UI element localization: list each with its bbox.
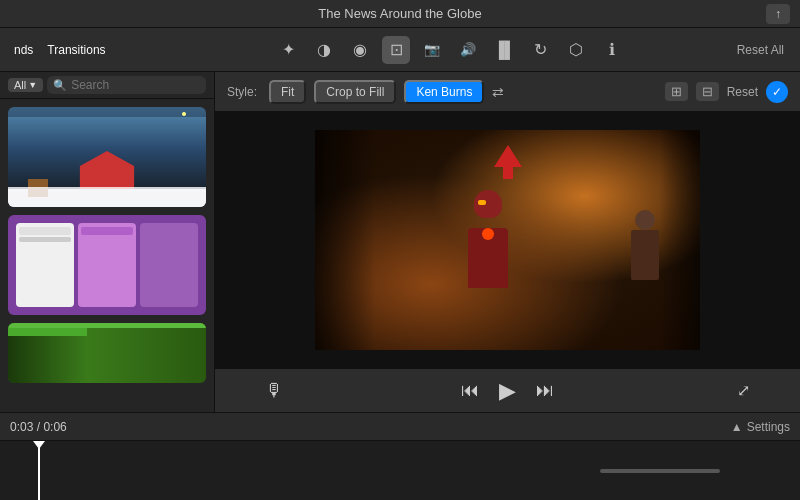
reset-all-button[interactable]: Reset All [731, 40, 790, 60]
media-thumb-1[interactable] [8, 107, 206, 207]
style-bar: Style: Fit Crop to Fill Ken Burns ⇄ ⊞ ⊟ … [215, 72, 800, 112]
previous-button[interactable]: ⏮ [461, 380, 479, 401]
toolbar-left: nds Transitions [10, 41, 170, 59]
filter-all-button[interactable]: All ▼ [8, 78, 43, 92]
total-time: 0:06 [43, 420, 66, 434]
content-area: Style: Fit Crop to Fill Ken Burns ⇄ ⊞ ⊟ … [215, 72, 800, 412]
search-icon: 🔍 [53, 79, 67, 92]
camera-icon[interactable]: 📷 [418, 36, 446, 64]
video-preview [215, 112, 800, 368]
direction-arrow-stem [503, 163, 513, 179]
figure-ironman [448, 190, 528, 320]
toolbar: nds Transitions ✦ ◑ ◉ ⊡ 📷 🔊 ▐▌ ↻ ⬡ ℹ Res… [0, 28, 800, 72]
toolbar-tab-transitions[interactable]: Transitions [43, 41, 109, 59]
fullscreen-icon[interactable]: ⤢ [737, 381, 750, 400]
sidebar: All ▼ 🔍 [0, 72, 215, 412]
fit-button[interactable]: Fit [269, 80, 306, 104]
microphone-icon[interactable]: 🎙 [265, 380, 283, 401]
sync-icon[interactable]: ↻ [526, 36, 554, 64]
style-label: Style: [227, 85, 257, 99]
crop-icon[interactable]: ⊡ [382, 36, 410, 64]
confirm-button[interactable]: ✓ [766, 81, 788, 103]
circle-half-icon[interactable]: ◑ [310, 36, 338, 64]
timeline-header: 0:03 / 0:06 ▲ Settings [0, 413, 800, 441]
toolbar-tab-sounds[interactable]: nds [10, 41, 37, 59]
time-separator: / [37, 420, 40, 434]
play-button[interactable]: ▶ [499, 378, 516, 404]
sidebar-filter-bar: All ▼ 🔍 [0, 72, 214, 99]
info-icon[interactable]: ℹ [598, 36, 626, 64]
toolbar-right: Reset All [731, 40, 790, 60]
toolbar-icons: ✦ ◑ ◉ ⊡ 📷 🔊 ▐▌ ↻ ⬡ ℹ [176, 36, 725, 64]
next-button[interactable]: ⏭ [536, 380, 554, 401]
title-bar: The News Around the Globe ↑ [0, 0, 800, 28]
aspect-icon[interactable]: ⊟ [696, 82, 719, 101]
thumb1-bg [8, 107, 206, 207]
timeline-playhead [38, 441, 40, 500]
media-thumb-2[interactable] [8, 215, 206, 315]
time-display: 0:03 / 0:06 [10, 420, 67, 434]
crop-to-fill-button[interactable]: Crop to Fill [314, 80, 396, 104]
video-frame [315, 130, 700, 350]
swap-icon[interactable]: ⇄ [492, 84, 504, 100]
magic-wand-icon[interactable]: ✦ [274, 36, 302, 64]
share-icon: ↑ [775, 7, 781, 21]
playback-controls: 🎙 ⏮ ▶ ⏭ ⤢ [215, 368, 800, 412]
filter-icon[interactable]: ⬡ [562, 36, 590, 64]
timeline-scrubbar[interactable] [600, 469, 720, 473]
bars-icon[interactable]: ▐▌ [490, 36, 518, 64]
window-title: The News Around the Globe [318, 6, 481, 21]
palette-icon[interactable]: ◉ [346, 36, 374, 64]
reset-button[interactable]: Reset [727, 85, 758, 99]
sidebar-content [0, 99, 214, 412]
media-thumb-3[interactable] [8, 323, 206, 383]
timeline-area: 0:03 / 0:06 ▲ Settings [0, 412, 800, 500]
speaker-icon[interactable]: 🔊 [454, 36, 482, 64]
sidebar-search[interactable]: 🔍 [47, 76, 206, 94]
settings-button[interactable]: ▲ Settings [731, 420, 790, 434]
main-area: All ▼ 🔍 [0, 72, 800, 412]
resize-icon[interactable]: ⊞ [665, 82, 688, 101]
share-button[interactable]: ↑ [766, 4, 790, 24]
settings-icon: ▲ [731, 420, 743, 434]
search-input[interactable] [71, 78, 151, 92]
settings-label: Settings [747, 420, 790, 434]
timeline-track[interactable] [0, 441, 800, 500]
thumb2-bg [8, 215, 206, 315]
current-time: 0:03 [10, 420, 33, 434]
style-bar-right: ⊞ ⊟ Reset ✓ [665, 81, 788, 103]
ken-burns-button[interactable]: Ken Burns [404, 80, 484, 104]
